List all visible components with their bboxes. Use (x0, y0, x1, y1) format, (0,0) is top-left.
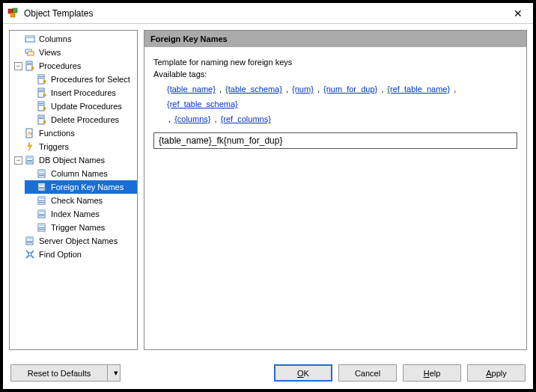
svg-rect-19 (39, 91, 43, 92)
tree-item-insert-procedures[interactable]: Insert Procedures (25, 86, 137, 99)
template-description: Template for naming new foreign keys (153, 58, 517, 67)
tree-item-server-object-names[interactable]: Server Object Names (13, 234, 137, 248)
find-icon (25, 249, 35, 260)
close-button[interactable]: ✕ (508, 7, 529, 19)
button-bar: Reset to Defaults ▾ OK Cancel Help Apply (3, 356, 533, 389)
svg-rect-41 (39, 187, 44, 188)
svg-rect-38 (39, 175, 44, 176)
procedure-icon (25, 61, 35, 71)
svg-rect-56 (26, 237, 33, 239)
svg-rect-49 (39, 214, 44, 215)
tree-item-procedures[interactable]: − Procedures (13, 59, 137, 73)
help-button[interactable]: Help (403, 364, 461, 382)
collapse-icon[interactable]: − (14, 62, 22, 70)
collapse-icon[interactable]: − (14, 156, 22, 165)
tree-item-find-option[interactable]: Find Option (13, 248, 137, 261)
svg-rect-52 (38, 224, 45, 226)
procedure-icon (37, 101, 47, 111)
svg-rect-22 (39, 103, 43, 104)
svg-rect-48 (38, 210, 45, 212)
tree-item-check-names[interactable]: Check Names (25, 194, 137, 207)
db-names-icon (25, 155, 35, 165)
svg-rect-44 (38, 197, 45, 199)
apply-button[interactable]: Apply (467, 364, 526, 382)
svg-rect-25 (38, 115, 44, 124)
svg-rect-9 (26, 61, 32, 70)
svg-rect-32 (26, 156, 33, 159)
tag-link[interactable]: {ref_table_name} (387, 85, 450, 94)
tree-item-procedures-select[interactable]: Procedures for Select (25, 73, 137, 86)
svg-rect-23 (39, 105, 43, 105)
tag-link[interactable]: {ref_columns} (221, 114, 271, 123)
svg-rect-53 (39, 227, 44, 228)
svg-rect-21 (38, 102, 44, 111)
tag-link[interactable]: {columns} (174, 114, 210, 123)
svg-point-28 (43, 120, 46, 123)
names-icon (37, 222, 47, 233)
template-input[interactable] (153, 132, 517, 149)
svg-rect-37 (39, 174, 44, 174)
available-tags-label: Available tags: (153, 70, 517, 79)
svg-rect-59 (28, 253, 31, 256)
reset-defaults-dropdown[interactable]: ▾ (107, 364, 121, 382)
tree-panel: Columns Views − Procedu (9, 30, 138, 350)
svg-rect-14 (39, 76, 43, 77)
tree-item-triggers[interactable]: Triggers (13, 140, 137, 153)
svg-rect-27 (39, 118, 43, 119)
svg-rect-5 (25, 36, 34, 37)
tree-item-trigger-names[interactable]: Trigger Names (25, 221, 137, 234)
tree-item-views[interactable]: Views (13, 46, 137, 59)
app-icon (7, 7, 19, 19)
tag-link[interactable]: {table_schema} (225, 85, 282, 94)
tag-link[interactable]: {num_for_dup} (323, 85, 377, 94)
trigger-icon (25, 141, 35, 152)
reset-defaults-group: Reset to Defaults ▾ (10, 364, 121, 382)
ok-button[interactable]: OK (274, 364, 332, 382)
tree-item-index-names[interactable]: Index Names (25, 207, 137, 221)
svg-point-20 (43, 94, 46, 97)
svg-point-16 (43, 80, 46, 83)
svg-rect-10 (27, 63, 31, 64)
cancel-button[interactable]: Cancel (338, 364, 397, 382)
svg-text:fx: fx (28, 130, 33, 137)
content-area: Columns Views − Procedu (3, 24, 533, 356)
columns-icon (25, 34, 35, 44)
names-icon (37, 182, 47, 192)
tree-item-db-object-names[interactable]: − DB Object Names (13, 153, 137, 167)
svg-rect-36 (38, 170, 45, 172)
reset-defaults-button[interactable]: Reset to Defaults (10, 364, 108, 382)
svg-rect-11 (27, 64, 31, 65)
procedure-icon (37, 74, 47, 85)
svg-rect-1 (13, 8, 17, 13)
tag-link[interactable]: {table_name} (167, 85, 216, 94)
tree-item-delete-procedures[interactable]: Delete Procedures (25, 113, 137, 126)
svg-rect-8 (25, 49, 31, 51)
views-icon (25, 47, 35, 58)
svg-rect-13 (38, 75, 44, 84)
names-icon (37, 168, 47, 179)
svg-rect-26 (39, 117, 43, 117)
svg-rect-34 (27, 162, 32, 162)
svg-rect-46 (39, 202, 44, 203)
tree-item-columns[interactable]: Columns (13, 32, 137, 46)
tree-item-foreign-key-names[interactable]: Foreign Key Names (25, 180, 137, 194)
server-names-icon (25, 236, 35, 246)
svg-rect-7 (28, 52, 34, 55)
svg-rect-57 (27, 241, 32, 242)
function-icon: fx (25, 128, 35, 138)
tree-item-functions[interactable]: fx Functions (13, 126, 137, 140)
titlebar: Object Templates ✕ (3, 3, 533, 24)
panel-header: Foreign Key Names (144, 31, 526, 47)
svg-rect-50 (39, 215, 44, 216)
available-tags: {table_name} , {table_schema} , {num} , … (167, 82, 517, 126)
svg-rect-58 (27, 242, 32, 243)
expander-spacer (14, 35, 22, 43)
tree-item-column-names[interactable]: Column Names (25, 167, 137, 180)
tree-item-update-procedures[interactable]: Update Procedures (25, 99, 137, 113)
tag-link[interactable]: {num} (292, 85, 314, 94)
svg-point-12 (31, 67, 34, 70)
tree-label: Columns (37, 34, 73, 43)
svg-rect-54 (39, 229, 44, 230)
nav-tree: Columns Views − Procedu (10, 32, 137, 263)
tag-link[interactable]: {ref_table_schema} (167, 99, 238, 108)
